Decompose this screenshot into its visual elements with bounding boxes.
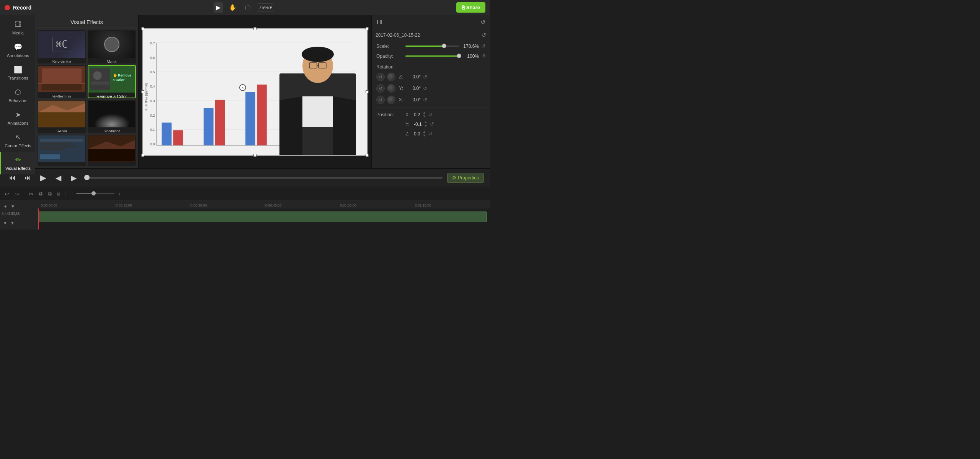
opacity-reset-btn[interactable]: ↺ <box>481 53 485 59</box>
svg-text:0.2: 0.2 <box>150 113 155 117</box>
copy-btn[interactable]: ⧉ <box>37 190 44 198</box>
rotation-x-value: 0.0° <box>405 97 421 103</box>
rotation-x-reset-btn[interactable]: ↺ <box>423 97 427 103</box>
sidebar-item-media[interactable]: 🎞 Media <box>0 17 35 39</box>
hand-tool-btn[interactable]: ✋ <box>227 2 239 13</box>
current-timecode: 0:00:00;00 <box>2 212 36 216</box>
rotation-y-ccw-btn[interactable]: ↺ <box>376 84 385 93</box>
annotations-icon: 💬 <box>14 43 22 51</box>
effect-mask[interactable]: Mask <box>88 30 136 63</box>
share-button[interactable]: ⎘ Share <box>456 2 485 13</box>
rotation-label: Rotation: <box>376 64 403 70</box>
add-track-btn[interactable]: + <box>2 202 8 210</box>
top-bar: Record ▶ ✋ ⬚ 75% ▾ ⎘ Share <box>0 0 490 15</box>
progress-bar[interactable] <box>84 177 443 179</box>
svg-rect-10 <box>38 112 85 127</box>
opacity-slider[interactable] <box>405 55 459 57</box>
next-frame-btn[interactable]: ▶ <box>67 172 80 184</box>
position-z-down-btn[interactable]: ▼ <box>423 134 426 137</box>
svg-text:0.4: 0.4 <box>150 85 155 88</box>
rotation-z-knob[interactable] <box>387 73 395 81</box>
video-canvas[interactable]: 0.7 0.6 0.5 0.4 0.3 0.2 0.1 0.0 Fuel flo… <box>142 28 368 156</box>
effect-sepia[interactable]: Sepia <box>38 100 86 133</box>
sidebar-item-behaviors[interactable]: ⬡ Behaviors <box>0 84 35 107</box>
sidebar-item-annotations[interactable]: 💬 Annotations <box>0 39 35 62</box>
share-icon: ⎘ <box>462 5 465 10</box>
svg-rect-44 <box>245 92 255 145</box>
zoom-thumb[interactable] <box>91 191 96 195</box>
position-x-up-btn[interactable]: ▲ <box>423 111 426 114</box>
position-z-up-btn[interactable]: ▲ <box>423 130 426 133</box>
zoom-track[interactable] <box>76 193 114 194</box>
track-audio-btn[interactable]: ● <box>2 219 8 226</box>
position-y-down-btn[interactable]: ▼ <box>424 124 428 128</box>
track-clip[interactable] <box>38 212 487 222</box>
zoom-in-btn[interactable]: + <box>116 190 122 198</box>
paste-btn[interactable]: ⧉ <box>46 190 53 198</box>
properties-reset-btn[interactable]: ↺ <box>480 18 485 26</box>
y-axis-label: Y: <box>398 86 403 91</box>
split-btn[interactable]: ⧈ <box>56 190 62 198</box>
sidebar-item-cursor-effects[interactable]: ↖ Cursor Effects <box>0 129 35 152</box>
scale-slider[interactable] <box>405 46 459 47</box>
opacity-slider-fill <box>405 55 459 57</box>
zoom-control[interactable]: 75% ▾ <box>257 3 274 11</box>
position-x-down-btn[interactable]: ▼ <box>423 115 426 118</box>
toolbar-center: ▶ ✋ ⬚ 75% ▾ <box>214 2 274 13</box>
rotation-y-row: ↺ Y: 0.0° ↺ <box>376 83 485 94</box>
svg-rect-1 <box>42 68 82 83</box>
position-x-spinner[interactable]: ▲ ▼ <box>423 111 426 118</box>
filename-reset-btn[interactable]: ↺ <box>481 31 486 39</box>
redo-btn[interactable]: ↪ <box>13 190 21 198</box>
step-back-btn[interactable]: ⏭ <box>21 172 34 184</box>
sidebar-item-animations[interactable]: ➤ Animations <box>0 107 35 129</box>
track-content[interactable] <box>38 208 490 230</box>
rotation-x-knob[interactable] <box>387 96 395 104</box>
position-z-row: Z: 0.0 ▲ ▼ ↺ <box>376 129 485 138</box>
rotation-x-ccw-btn[interactable]: ↺ <box>376 96 385 104</box>
reflection-label: Reflection <box>38 93 85 98</box>
zoom-slider-control: − + <box>69 190 122 198</box>
position-y-reset-btn[interactable]: ↺ <box>430 121 434 127</box>
crop-tool-btn[interactable]: ⬚ <box>243 2 253 13</box>
effect-keystroke[interactable]: ⌘C Keystroke <box>38 30 86 63</box>
effect-reflection[interactable]: Reflection <box>38 65 86 98</box>
undo-btn[interactable]: ↩ <box>3 190 11 198</box>
sidebar-label-behaviors: Behaviors <box>9 98 28 103</box>
svg-rect-8 <box>91 85 104 88</box>
ruler-mark-4: 0:01:00;00 <box>339 203 413 207</box>
position-z-spinner[interactable]: ▲ ▼ <box>423 130 426 137</box>
rotation-y-knob[interactable] <box>387 84 395 93</box>
sidebar: 🎞 Media 💬 Annotations ⬜ Transitions ⬡ Be… <box>0 15 35 168</box>
select-tool-btn[interactable]: ▶ <box>214 2 223 13</box>
properties-btn[interactable]: ⚙ Properties <box>447 173 484 183</box>
sepia-thumb <box>38 101 85 127</box>
filename-text: 2017-02-06_10-15-22 <box>376 33 420 38</box>
rotation-z-ccw-btn[interactable]: ↺ <box>376 73 385 81</box>
position-y-up-btn[interactable]: ▲ <box>424 120 428 124</box>
svg-marker-58 <box>333 96 356 156</box>
rotation-y-reset-btn[interactable]: ↺ <box>423 86 427 91</box>
sidebar-item-visual-effects[interactable]: ✏ Visual Effects <box>0 152 35 174</box>
zoom-out-btn[interactable]: − <box>69 190 75 198</box>
behaviors-icon: ⬡ <box>15 88 21 96</box>
play-btn[interactable]: ▶ <box>37 172 49 184</box>
effect-extra1[interactable] <box>38 135 86 166</box>
cut-btn[interactable]: ✂ <box>27 190 35 198</box>
track-expand-btn[interactable]: ▾ <box>10 219 15 226</box>
position-y-spinner[interactable]: ▲ ▼ <box>424 120 428 128</box>
rotation-z-row: ↺ Z: 0.0° ↺ <box>376 71 485 83</box>
collapse-track-btn[interactable]: ▾ <box>10 202 16 210</box>
effect-remove-color[interactable]: ✋ Removea Color Remove a Color <box>88 65 136 98</box>
scale-reset-btn[interactable]: ↺ <box>481 43 485 49</box>
effect-spotlight[interactable]: Spotlight <box>88 100 136 133</box>
rewind-btn[interactable]: ⏮ <box>6 172 18 184</box>
sidebar-item-transitions[interactable]: ⬜ Transitions <box>0 62 35 84</box>
rotation-z-reset-btn[interactable]: ↺ <box>423 74 427 80</box>
toolbar-divider-2 <box>65 190 65 197</box>
position-z-reset-btn[interactable]: ↺ <box>428 131 433 137</box>
position-x-reset-btn[interactable]: ↺ <box>428 112 433 117</box>
progress-thumb[interactable] <box>84 175 90 180</box>
prev-frame-btn[interactable]: ◀ <box>52 172 64 184</box>
effect-extra2[interactable] <box>88 135 136 166</box>
